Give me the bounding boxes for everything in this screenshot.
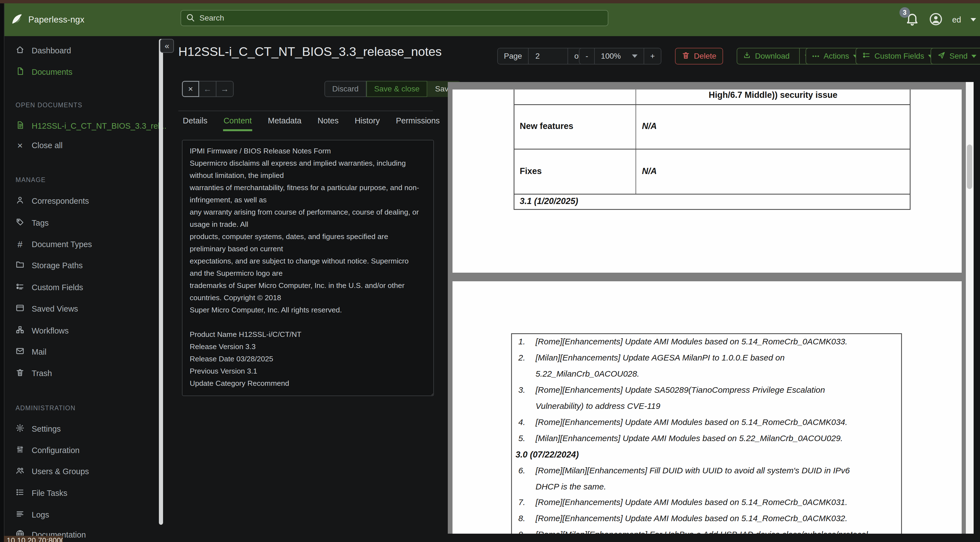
search-input[interactable] [199,13,603,23]
custom-fields-icon [862,51,870,61]
sidebar: Dashboard Documents OPEN DOCUMENTS H12SS… [5,36,167,542]
delete-label: Delete [694,52,716,61]
discard-button[interactable]: Discard [325,81,366,97]
user-menu-caret-icon [970,18,976,21]
document-title: H12SSL-i_C_CT_NT_BIOS_3.3_release_notes [178,45,484,59]
sidebar-item-label: Close all [32,141,62,150]
download-button[interactable]: Download [737,48,815,64]
document-nav-buttons: × ← → [182,81,234,97]
sidebar-item-trash[interactable]: Trash [5,366,161,381]
custom-fields-button[interactable]: Custom Fields [856,48,940,64]
tab-history[interactable]: History [354,115,380,131]
sidebar-item-document-types[interactable]: # Document Types [5,237,161,252]
pdf-viewer[interactable]: High/6.7 Middle)) security issue New fea… [448,82,974,534]
sidebar-item-label: Dashboard [32,46,71,55]
page-number-input[interactable] [535,51,562,61]
pdf-list-item: 4.[Rome][Enhancements] Update AMI Module… [518,418,902,427]
open-documents-header: OPEN DOCUMENTS [16,102,83,109]
sidebar-item-mail[interactable]: Mail [5,345,161,359]
actions-label: Actions [824,52,849,61]
tab-metadata[interactable]: Metadata [267,115,302,131]
sidebar-scrollbar[interactable] [159,39,163,525]
page-input-cell [528,48,568,64]
pdf-list-item: DHCP is the same. [518,482,902,491]
tag-icon [16,218,24,228]
tab-content[interactable]: Content [223,115,253,131]
person-icon [16,196,24,207]
sidebar-item-documents[interactable]: Documents [5,65,161,79]
administration-header: ADMINISTRATION [16,405,76,412]
pdf-table: High/6.7 Middle)) security issue New fea… [514,89,910,210]
pdf-page-1: High/6.7 Middle)) security issue New fea… [452,89,962,273]
search-box[interactable] [181,10,608,26]
hash-icon: # [16,239,24,250]
tab-details[interactable]: Details [182,115,208,131]
delete-button[interactable]: Delete [675,48,723,64]
sidebar-item-label: Documents [32,67,73,77]
sidebar-item-tags[interactable]: Tags [5,216,161,230]
next-document-button[interactable]: → [216,81,234,97]
window-icon [16,303,24,314]
user-menu[interactable]: ed [952,15,961,24]
sidebar-collapse-button[interactable]: « [160,39,174,53]
zoom-level-value: 100% [601,52,621,61]
pdf-table-row: Fixes N/A [514,150,910,194]
sidebar-item-label: Correspondents [32,196,89,206]
tab-notes[interactable]: Notes [317,115,339,131]
navbar-right: 3 ed [905,3,976,36]
paperless-logo-icon [11,13,23,27]
bell-icon [905,22,920,27]
tab-permissions[interactable]: Permissions [395,115,440,131]
save-and-close-button[interactable]: Save & close [366,81,427,97]
sidebar-item-label: Configuration [32,446,80,455]
notifications-button[interactable]: 3 [905,12,920,28]
window-left-edge [0,3,5,542]
zoom-out-button[interactable]: - [579,48,595,64]
sidebar-item-label: Settings [32,424,61,434]
sidebar-item-close-all[interactable]: × Close all [5,138,161,153]
send-label: Send [950,52,967,61]
zoom-level-select[interactable]: 100% [595,48,644,64]
sidebar-item-users-groups[interactable]: Users & Groups [5,464,161,479]
send-button[interactable]: Send [931,48,980,64]
zoom-caret-icon [632,54,638,58]
document-content-textarea[interactable]: IPMI Firmware / BIOS Release Notes Form … [182,140,434,396]
brand[interactable]: Paperless-ngx [11,13,84,27]
sidebar-item-custom-fields[interactable]: Custom Fields [5,280,161,295]
sidebar-item-logs[interactable]: Logs [5,507,161,522]
pdf-table-row-partial: High/6.7 Middle)) security issue [514,89,910,105]
pdf-list-item: 5.[Milan][Enhancements] Update AMI Modul… [518,434,902,443]
pdf-list-item: 3.[Rome][Enhancements] Update SA50289(Ti… [518,385,902,395]
pdf-scrollbar-thumb[interactable] [967,145,972,189]
sidebar-item-storage-paths[interactable]: Storage Paths [5,258,161,273]
sliders-icon [16,445,24,456]
zoom-in-button[interactable]: + [644,48,662,64]
sidebar-item-label: File Tasks [32,489,67,498]
sidebar-item-correspondents[interactable]: Correspondents [5,194,161,208]
pdf-list-item: 9.[Rome][Milan][Enhancements] For UsbBus… [518,530,902,534]
pdf-list-item: 6.[Rome][Milan][Enhancements] Fill DUID … [518,466,902,475]
sidebar-item-saved-views[interactable]: Saved Views [5,301,161,316]
pdf-list-item: 1.[Rome][Enhancements] Update AMI Module… [518,337,902,346]
close-icon: × [16,140,24,151]
pdf-list-item: 2.[Milan][Enhancements] Update AGESA Mil… [518,353,902,362]
sidebar-item-label: Logs [32,510,49,520]
file-text-icon [16,121,24,131]
sidebar-item-settings[interactable]: Settings [5,422,161,436]
sidebar-item-configuration[interactable]: Configuration [5,443,161,458]
users-icon [16,466,24,477]
sidebar-item-workflows[interactable]: Workflows [5,324,161,338]
pdf-list-section-header: 3.0 (07/22/2024) [515,450,899,460]
search-icon [186,13,195,23]
pdf-scrollbar-track[interactable] [966,82,974,534]
trash-icon [16,368,24,379]
sidebar-item-label: Mail [32,348,46,357]
sidebar-item-file-tasks[interactable]: File Tasks [5,486,161,500]
sidebar-item-open-document[interactable]: H12SSL-i_C_CT_NT_BIOS_3.3_rel... [5,119,161,133]
avatar-icon[interactable] [929,12,943,27]
previous-document-button[interactable]: ← [199,81,216,97]
sidebar-item-dashboard[interactable]: Dashboard [5,43,161,58]
custom-fields-label: Custom Fields [875,52,924,61]
notification-badge: 3 [899,7,910,18]
close-document-button[interactable]: × [182,81,199,97]
